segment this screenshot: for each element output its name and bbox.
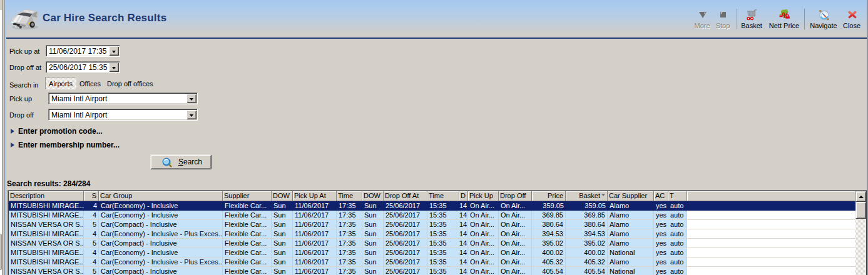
svg-text:%: % (782, 11, 790, 20)
